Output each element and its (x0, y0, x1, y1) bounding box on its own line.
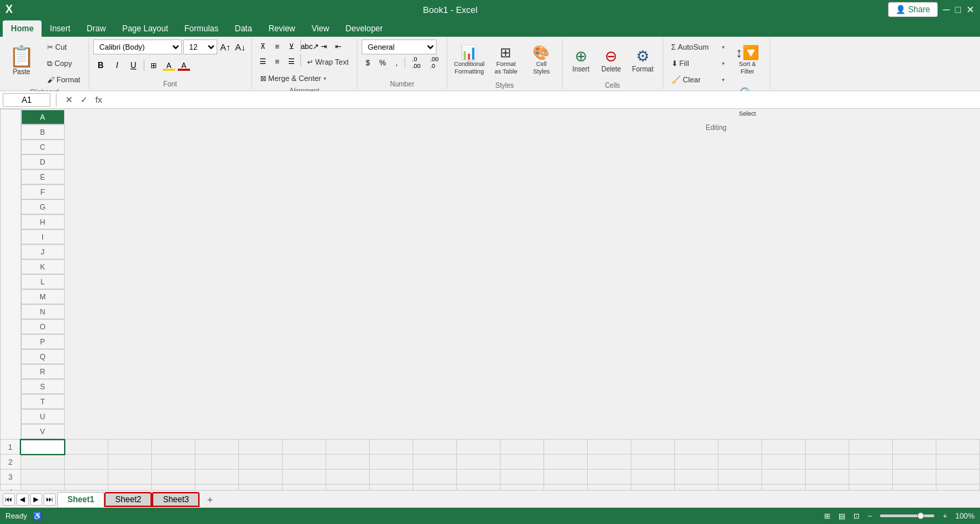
cell-H1[interactable] (326, 440, 370, 455)
cell-N4[interactable] (588, 485, 631, 491)
cell-T2[interactable] (849, 455, 893, 470)
cell-I2[interactable] (370, 455, 413, 470)
cell-G3[interactable] (283, 470, 326, 485)
cell-H4[interactable] (326, 485, 370, 491)
cell-L1[interactable] (501, 440, 544, 455)
col-header-A[interactable]: A (21, 110, 65, 125)
cell-U2[interactable] (893, 455, 936, 470)
cell-V3[interactable] (936, 470, 980, 485)
cancel-formula-button[interactable]: ✕ (62, 93, 76, 107)
font-name-select[interactable]: Calibri (Body) (93, 39, 182, 54)
sort-filter-button[interactable]: ↕🔽 Sort & Filter (730, 39, 765, 80)
orientation-button[interactable]: abc↗ (303, 39, 317, 53)
cell-O3[interactable] (631, 470, 675, 485)
col-header-N[interactable]: N (21, 304, 65, 319)
fill-dropdown[interactable]: ▾ (722, 61, 725, 67)
cell-B4[interactable] (65, 485, 108, 491)
col-header-I[interactable]: I (21, 229, 65, 244)
normal-view-icon[interactable]: ⊞ (824, 512, 830, 521)
sheet-nav-next[interactable]: ▶ (30, 493, 42, 506)
add-sheet-button[interactable]: + (202, 492, 217, 507)
decrease-font-button[interactable]: A↓ (234, 40, 247, 54)
cell-M3[interactable] (544, 470, 588, 485)
format-cells-button[interactable]: ⚙ Format (627, 39, 659, 80)
cell-C2[interactable] (108, 455, 152, 470)
bold-button[interactable]: B (93, 58, 108, 73)
cell-D4[interactable] (152, 485, 195, 491)
zoom-in-button[interactable]: + (943, 512, 947, 520)
formula-input[interactable] (108, 93, 977, 107)
cell-P2[interactable] (675, 455, 718, 470)
col-header-S[interactable]: S (21, 379, 65, 394)
cell-N3[interactable] (588, 470, 631, 485)
paste-button[interactable]: 📋 Paste (4, 39, 39, 80)
cell-J3[interactable] (413, 470, 457, 485)
col-header-M[interactable]: M (21, 289, 65, 304)
tab-page-layout[interactable]: Page Layout (114, 20, 176, 37)
col-header-O[interactable]: O (21, 319, 65, 334)
fill-button[interactable]: ⬇ Fill ▾ (667, 56, 729, 71)
autosum-button[interactable]: Σ AutoSum ▾ (667, 39, 729, 54)
cell-F3[interactable] (239, 470, 283, 485)
col-header-G[interactable]: G (21, 199, 65, 214)
col-header-B[interactable]: B (21, 125, 65, 140)
cell-styles-button[interactable]: 🎨 Cell Styles (525, 39, 558, 80)
cell-K4[interactable] (457, 485, 501, 491)
sheet-nav-first[interactable]: ⏮ (3, 493, 15, 506)
cell-P4[interactable] (675, 485, 718, 491)
align-top-button[interactable]: ⊼ (256, 39, 270, 53)
col-header-T[interactable]: T (21, 394, 65, 409)
sheet-tab-sheet3[interactable]: Sheet3 (152, 492, 200, 507)
col-header-U[interactable]: U (21, 409, 65, 424)
cell-J1[interactable] (413, 440, 457, 455)
cell-R1[interactable] (762, 440, 806, 455)
row-header-3[interactable]: 3 (1, 470, 21, 485)
align-middle-button[interactable]: ≡ (270, 39, 284, 53)
fill-color-button[interactable]: A (162, 59, 176, 72)
cell-O2[interactable] (631, 455, 675, 470)
col-header-C[interactable]: C (21, 140, 65, 154)
cell-I1[interactable] (370, 440, 413, 455)
page-break-icon[interactable]: ⊡ (853, 512, 859, 521)
name-box[interactable] (3, 93, 50, 107)
increase-font-button[interactable]: A↑ (219, 40, 232, 54)
cell-K1[interactable] (457, 440, 501, 455)
cell-K2[interactable] (457, 455, 501, 470)
close-icon[interactable]: ✕ (966, 4, 975, 15)
cell-T3[interactable] (849, 470, 893, 485)
page-layout-icon[interactable]: ▤ (838, 512, 845, 521)
italic-button[interactable]: I (110, 58, 125, 73)
cell-R4[interactable] (762, 485, 806, 491)
sheet-tab-sheet2[interactable]: Sheet2 (104, 492, 152, 507)
cell-J4[interactable] (413, 485, 457, 491)
cell-K3[interactable] (457, 470, 501, 485)
format-as-table-button[interactable]: ⊞ Format as Table (488, 39, 524, 80)
col-header-Q[interactable]: Q (21, 349, 65, 364)
cell-S3[interactable] (806, 470, 849, 485)
cell-E2[interactable] (195, 455, 239, 470)
cell-E4[interactable] (195, 485, 239, 491)
row-header-4[interactable]: 4 (1, 485, 21, 491)
cell-V4[interactable] (936, 485, 980, 491)
tab-home[interactable]: Home (3, 20, 42, 37)
cell-B3[interactable] (65, 470, 108, 485)
increase-decimal-button[interactable]: .0.00 (408, 56, 425, 69)
cell-T1[interactable] (849, 440, 893, 455)
font-color-button[interactable]: A (177, 59, 191, 72)
zoom-slider-thumb[interactable] (917, 512, 924, 519)
cell-F1[interactable] (239, 440, 283, 455)
cell-P1[interactable] (675, 440, 718, 455)
font-size-select[interactable]: 12 (183, 39, 217, 54)
cell-R2[interactable] (762, 455, 806, 470)
tab-data[interactable]: Data (227, 20, 260, 37)
percent-button[interactable]: % (375, 56, 390, 69)
insert-cells-button[interactable]: ⊕ Insert (567, 39, 595, 80)
cell-A4[interactable] (20, 485, 65, 491)
cell-Q4[interactable] (718, 485, 762, 491)
cell-G2[interactable] (283, 455, 326, 470)
cell-A1[interactable] (20, 440, 65, 455)
tab-draw[interactable]: Draw (78, 20, 114, 37)
cell-L4[interactable] (501, 485, 544, 491)
cell-H3[interactable] (326, 470, 370, 485)
col-header-H[interactable]: H (21, 214, 65, 229)
